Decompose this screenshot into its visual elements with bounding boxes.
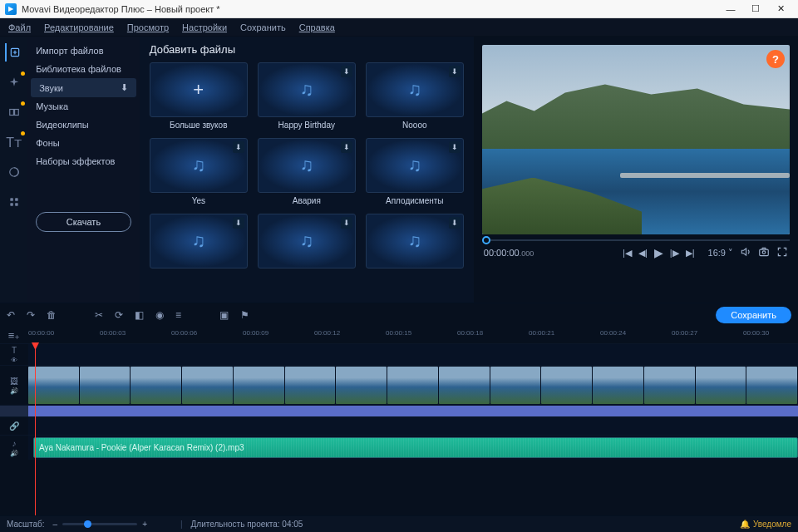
tile-download-icon[interactable]: ⬇ [449, 141, 461, 153]
tile-download-icon[interactable]: ⬇ [341, 66, 352, 77]
menu-help[interactable]: Справка [293, 18, 342, 36]
sidebar-item-import[interactable]: Импорт файлов [27, 42, 140, 60]
step-back-button[interactable]: ◀| [638, 248, 648, 259]
sidebar-item-videoclips[interactable]: Видеоклипы [27, 116, 140, 134]
sidebar-item-library[interactable]: Библиотека файлов [27, 60, 140, 78]
rail-transitions-icon[interactable] [5, 103, 23, 121]
ruler-tick: 00:00:27 [672, 329, 697, 337]
video-track-label[interactable]: 🖼 🔊 [0, 366, 28, 405]
preview-panel: ? 00:00:00.000 |◀ ◀| ▶ |▶ ▶| 16:9 ˅ [474, 37, 798, 303]
snapshot-button[interactable] [758, 246, 770, 259]
link-track[interactable] [28, 417, 798, 435]
rotate-button[interactable]: ⟳ [115, 309, 123, 321]
tile-download-icon[interactable]: ⬇ [233, 217, 244, 229]
sound-tile[interactable]: ♫⬇ [150, 214, 248, 281]
text-track[interactable] [28, 344, 798, 365]
export-button[interactable]: Сохранить [716, 307, 791, 323]
volume-button[interactable] [740, 246, 751, 259]
ruler-tick: 00:00:12 [314, 329, 340, 337]
minimize-button[interactable]: — [718, 4, 743, 14]
maximize-button[interactable]: ☐ [743, 3, 768, 14]
help-button[interactable]: ? [766, 50, 785, 68]
playhead[interactable] [35, 343, 36, 515]
sound-tile[interactable]: ♫⬇Аплодисменты [366, 138, 464, 205]
play-button[interactable]: ▶ [654, 246, 663, 259]
menu-settings[interactable]: Настройки [175, 18, 234, 36]
zoom-in-button[interactable]: + [142, 520, 147, 529]
sound-tile[interactable]: ♫⬇Авария [258, 138, 356, 205]
prev-clip-button[interactable]: |◀ [623, 248, 632, 259]
sound-tile[interactable]: +Больше звуков [150, 62, 248, 130]
menu-save[interactable]: Сохранить [234, 18, 293, 36]
link-track-icon[interactable]: 🔗 [0, 417, 28, 435]
preview-video[interactable] [482, 45, 790, 234]
ruler-tick: 00:00:15 [386, 329, 411, 337]
video-frame [182, 367, 233, 404]
video-frame [131, 367, 181, 404]
close-button[interactable]: ✕ [768, 3, 793, 14]
music-note-icon: ♫ [300, 230, 314, 252]
ruler-tick: 00:00:03 [100, 329, 126, 337]
tile-download-icon[interactable]: ⬇ [341, 141, 352, 153]
marker-button[interactable]: ⚑ [240, 309, 249, 321]
clip-props-button[interactable]: ≡ [175, 309, 181, 321]
sound-tile[interactable]: ♫⬇Happy Birthday [258, 62, 356, 130]
sidebar-item-backgrounds[interactable]: Фоны [27, 134, 140, 152]
preview-seek-bar[interactable] [482, 239, 790, 241]
music-note-icon: ♫ [408, 230, 422, 252]
svg-rect-4 [10, 198, 13, 201]
delete-button[interactable]: 🗑 [47, 309, 57, 321]
aspect-ratio-button[interactable]: 16:9 ˅ [708, 248, 733, 259]
audio-clip[interactable]: Aya Nakamura - Pookie (Alper Karacan Rem… [33, 437, 798, 458]
zoom-out-button[interactable]: – [53, 520, 58, 529]
rail-titles-icon[interactable]: Tᴛ [5, 133, 23, 151]
fullscreen-button[interactable] [776, 246, 788, 259]
timeline-toolbar: ↶ ↷ 🗑 ✂ ⟳ ◧ ◉ ≡ ▣ ⚑ Сохранить [0, 303, 798, 327]
content-heading: Добавить файлы [150, 43, 464, 56]
text-track-label[interactable]: T 👁 [0, 344, 28, 365]
notifications-button[interactable]: 🔔 Уведомле [740, 520, 791, 529]
rail-more-icon[interactable] [5, 193, 23, 211]
tile-download-icon[interactable]: ⬇ [449, 217, 461, 229]
timeline-ruler[interactable]: ≡₊ 00:00:0000:00:0300:00:0600:00:0900:00… [0, 327, 798, 343]
audio-track-label[interactable]: ♪ 🔊 [0, 436, 28, 460]
crop-button[interactable]: ◧ [135, 309, 144, 321]
video-link-bar[interactable] [28, 406, 798, 416]
cut-button[interactable]: ✂ [95, 309, 103, 321]
rail-filters-icon[interactable] [5, 73, 23, 91]
step-forward-button[interactable]: |▶ [670, 248, 679, 259]
menu-edit[interactable]: Редактирование [37, 18, 121, 36]
menu-file[interactable]: Файл [2, 18, 37, 36]
transition-wizard-button[interactable]: ▣ [219, 309, 229, 321]
next-clip-button[interactable]: ▶| [686, 248, 695, 259]
tile-caption [150, 272, 248, 281]
add-track-button[interactable]: ≡₊ [0, 327, 28, 343]
rail-import-icon[interactable] [5, 43, 23, 62]
sidebar-item-sounds[interactable]: Звуки⬇ [31, 78, 136, 97]
svg-rect-8 [760, 249, 769, 256]
download-button[interactable]: Скачать [36, 212, 131, 232]
zoom-label: Масштаб: [7, 520, 45, 529]
redo-button[interactable]: ↷ [27, 309, 35, 321]
video-frame [387, 367, 438, 404]
music-note-icon: ♫ [408, 155, 422, 176]
menu-view[interactable]: Просмотр [121, 18, 175, 36]
svg-point-9 [762, 251, 766, 254]
seek-handle-icon[interactable] [482, 236, 490, 244]
sidebar-item-effects[interactable]: Наборы эффектов [27, 152, 140, 170]
tile-download-icon[interactable]: ⬇ [341, 217, 352, 229]
audio-track[interactable]: Aya Nakamura - Pookie (Alper Karacan Rem… [28, 436, 798, 460]
sound-tile[interactable]: ♫⬇Noooo [366, 62, 464, 130]
sidebar-item-music[interactable]: Музыка [27, 97, 140, 116]
color-button[interactable]: ◉ [155, 309, 164, 321]
undo-button[interactable]: ↶ [7, 309, 15, 321]
rail-stickers-icon[interactable] [5, 163, 23, 181]
sound-tile[interactable]: ♫⬇ [366, 214, 464, 281]
zoom-slider[interactable] [62, 523, 137, 525]
sound-tile[interactable]: ♫⬇ [258, 214, 356, 281]
tile-download-icon[interactable]: ⬇ [233, 141, 244, 153]
tile-download-icon[interactable]: ⬇ [449, 66, 461, 77]
video-track[interactable] [28, 366, 798, 405]
sound-tile[interactable]: ♫⬇Yes [150, 138, 248, 205]
tile-caption [366, 272, 464, 281]
